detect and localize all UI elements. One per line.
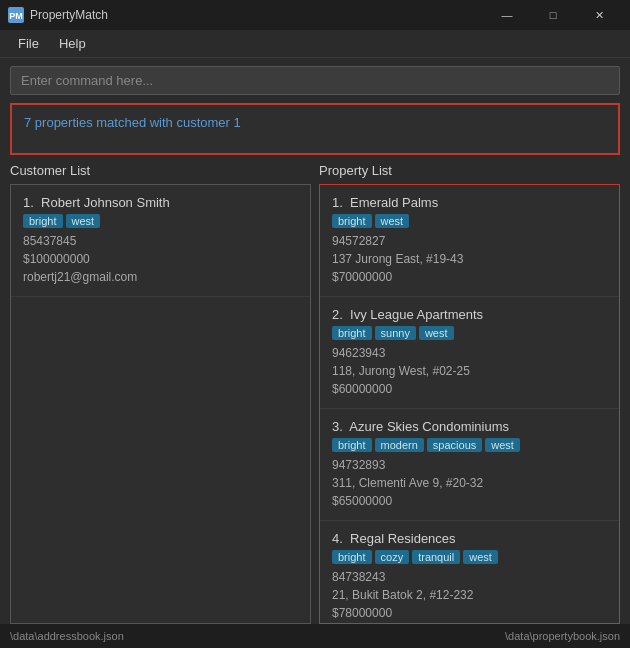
property-panel: Property List 1. Emerald Palms brightwes… — [319, 163, 620, 624]
close-button[interactable]: ✕ — [576, 0, 622, 30]
maximize-button[interactable]: □ — [530, 0, 576, 30]
footer-left: \data\addressbook.json — [10, 630, 124, 642]
main-content: Customer List 1. Robert Johnson Smith br… — [0, 163, 630, 624]
result-text: 7 properties matched with customer 1 — [24, 115, 606, 130]
customer-tags: brightwest — [23, 214, 298, 228]
tag: west — [375, 214, 410, 228]
property-item[interactable]: 1. Emerald Palms brightwest 94572827 137… — [320, 185, 619, 297]
property-phone: 84738243 — [332, 568, 607, 586]
tag: west — [463, 550, 498, 564]
property-item[interactable]: 4. Regal Residences brightcozytranquilwe… — [320, 521, 619, 624]
customer-list-title: Customer List — [10, 163, 311, 178]
tag: cozy — [375, 550, 410, 564]
tag: modern — [375, 438, 424, 452]
tag: west — [485, 438, 520, 452]
window-controls: — □ ✕ — [484, 0, 622, 30]
customer-budget: $100000000 — [23, 250, 298, 268]
menu-file[interactable]: File — [8, 32, 49, 55]
result-box: 7 properties matched with customer 1 — [10, 103, 620, 155]
menu-bar: File Help — [0, 30, 630, 58]
property-tags: brightcozytranquilwest — [332, 550, 607, 564]
property-tags: brightwest — [332, 214, 607, 228]
tag: bright — [332, 326, 372, 340]
property-list-title: Property List — [319, 163, 620, 178]
footer-right: \data\propertybook.json — [505, 630, 620, 642]
tag: tranquil — [412, 550, 460, 564]
menu-help[interactable]: Help — [49, 32, 96, 55]
property-item[interactable]: 2. Ivy League Apartments brightsunnywest… — [320, 297, 619, 409]
property-list: 1. Emerald Palms brightwest 94572827 137… — [319, 184, 620, 624]
property-price: $60000000 — [332, 380, 607, 398]
tag: sunny — [375, 326, 416, 340]
tag: bright — [332, 550, 372, 564]
property-tags: brightmodernspaciouswest — [332, 438, 607, 452]
customer-item[interactable]: 1. Robert Johnson Smith brightwest 85437… — [11, 185, 310, 297]
svg-text:PM: PM — [9, 11, 23, 21]
customer-phone: 85437845 — [23, 232, 298, 250]
property-item[interactable]: 3. Azure Skies Condominiums brightmodern… — [320, 409, 619, 521]
command-input[interactable] — [10, 66, 620, 95]
property-address: 118, Jurong West, #02-25 — [332, 362, 607, 380]
property-name: 1. Emerald Palms — [332, 195, 607, 210]
property-price: $78000000 — [332, 604, 607, 622]
customer-list: 1. Robert Johnson Smith brightwest 85437… — [10, 184, 311, 624]
property-phone: 94572827 — [332, 232, 607, 250]
footer: \data\addressbook.json \data\propertyboo… — [0, 624, 630, 648]
property-price: $65000000 — [332, 492, 607, 510]
property-name: 2. Ivy League Apartments — [332, 307, 607, 322]
tag: bright — [23, 214, 63, 228]
property-name: 4. Regal Residences — [332, 531, 607, 546]
property-price: $70000000 — [332, 268, 607, 286]
customer-panel: Customer List 1. Robert Johnson Smith br… — [10, 163, 311, 624]
app-title: PropertyMatch — [30, 8, 484, 22]
command-bar — [0, 58, 630, 103]
tag: spacious — [427, 438, 482, 452]
property-phone: 94623943 — [332, 344, 607, 362]
tag: west — [66, 214, 101, 228]
app-icon: PM — [8, 7, 24, 23]
title-bar: PM PropertyMatch — □ ✕ — [0, 0, 630, 30]
property-address: 21, Bukit Batok 2, #12-232 — [332, 586, 607, 604]
tag: bright — [332, 438, 372, 452]
customer-name: 1. Robert Johnson Smith — [23, 195, 298, 210]
property-name: 3. Azure Skies Condominiums — [332, 419, 607, 434]
property-address: 137 Jurong East, #19-43 — [332, 250, 607, 268]
tag: west — [419, 326, 454, 340]
property-tags: brightsunnywest — [332, 326, 607, 340]
minimize-button[interactable]: — — [484, 0, 530, 30]
customer-email: robertj21@gmail.com — [23, 268, 298, 286]
property-phone: 94732893 — [332, 456, 607, 474]
tag: bright — [332, 214, 372, 228]
property-address: 311, Clementi Ave 9, #20-32 — [332, 474, 607, 492]
